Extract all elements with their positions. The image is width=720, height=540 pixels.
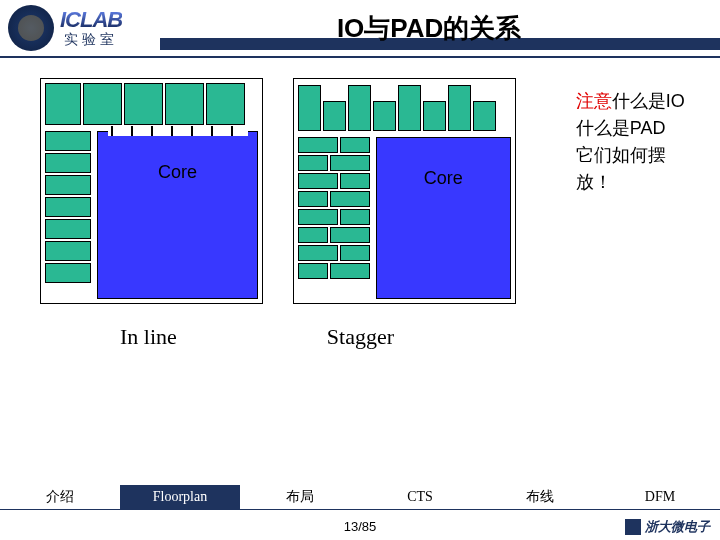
bottom-nav: 介绍 Floorplan 布局 CTS 布线 DFM	[0, 484, 720, 510]
pad-block	[398, 85, 421, 131]
pad-block	[330, 227, 370, 243]
pad-block	[348, 85, 371, 131]
university-logo	[8, 5, 54, 51]
pad-block	[330, 263, 370, 279]
slide-header: ICLAB 实验室 IO与PAD的关系	[0, 0, 720, 58]
pad-row	[298, 137, 370, 153]
pad-block	[45, 131, 91, 151]
inline-left-pads	[45, 131, 91, 283]
iclab-logo: ICLAB 实验室	[60, 7, 122, 49]
inline-diagram: Core	[40, 78, 263, 304]
pad-row	[298, 155, 370, 171]
note-highlight: 注意	[576, 91, 612, 111]
pad-block	[298, 227, 328, 243]
nav-routing[interactable]: 布线	[480, 484, 600, 510]
pad-block	[45, 175, 91, 195]
stagger-diagram: Core	[293, 78, 516, 304]
pad-block	[298, 155, 328, 171]
diagram-row: Core	[40, 78, 700, 304]
iclab-text: ICLAB	[60, 7, 122, 33]
core-label: Core	[424, 168, 463, 189]
footer-brand-text: 浙大微电子	[645, 518, 710, 536]
nav-floorplan[interactable]: Floorplan	[120, 485, 240, 509]
inline-top-pads	[45, 83, 258, 125]
pad-block	[298, 173, 338, 189]
nav-placement[interactable]: 布局	[240, 484, 360, 510]
nav-dfm[interactable]: DFM	[600, 485, 720, 509]
pad-block	[298, 85, 321, 131]
diagram-captions: In line Stagger	[40, 324, 700, 350]
pad-block	[448, 85, 471, 131]
pad-block	[45, 197, 91, 217]
side-note: 注意什么是IO 什么是PAD 它们如何摆放！	[576, 88, 700, 196]
inline-caption: In line	[120, 324, 177, 350]
inline-core-area: Core	[97, 131, 258, 299]
note-line: 什么是PAD	[576, 115, 700, 142]
pad-block	[45, 241, 91, 261]
pad-block	[298, 191, 328, 207]
footer-brand: 浙大微电子	[625, 518, 710, 536]
pad-row	[298, 227, 370, 243]
pad-block	[340, 137, 370, 153]
pad-row	[298, 209, 370, 225]
chip-icon	[625, 519, 641, 535]
pad-block	[340, 173, 370, 189]
core-label: Core	[158, 162, 197, 183]
pad-block	[340, 245, 370, 261]
pad-block	[45, 219, 91, 239]
pad-block	[45, 153, 91, 173]
pad-block	[45, 263, 91, 283]
stagger-left-pads	[298, 137, 370, 279]
pad-row	[298, 173, 370, 189]
pad-block	[165, 83, 204, 125]
slide-content: Core	[0, 58, 720, 488]
pad-row	[298, 245, 370, 261]
pad-block	[373, 101, 396, 131]
stagger-core-area: Core	[376, 137, 511, 299]
pad-block	[298, 137, 338, 153]
note-text: 什么是IO	[612, 91, 685, 111]
pad-block	[298, 263, 328, 279]
pad-block	[423, 101, 446, 131]
slide-title: IO与PAD的关系	[138, 11, 720, 46]
stagger-caption: Stagger	[327, 324, 394, 350]
pad-block	[83, 83, 122, 125]
stagger-top-pads	[298, 83, 511, 131]
pad-block	[323, 101, 346, 131]
pad-block	[330, 191, 370, 207]
iclab-subtext: 实验室	[64, 31, 118, 49]
pad-block	[298, 245, 338, 261]
pad-block	[206, 83, 245, 125]
pad-block	[124, 83, 163, 125]
pad-block	[330, 155, 370, 171]
pad-block	[45, 83, 81, 125]
pad-row	[298, 191, 370, 207]
nav-cts[interactable]: CTS	[360, 485, 480, 509]
pad-block	[340, 209, 370, 225]
pad-row	[298, 263, 370, 279]
pad-block	[473, 101, 496, 131]
note-line: 注意什么是IO	[576, 88, 700, 115]
nav-intro[interactable]: 介绍	[0, 484, 120, 510]
pad-block	[298, 209, 338, 225]
note-line: 它们如何摆放！	[576, 142, 700, 196]
page-number: 13/85	[0, 519, 720, 534]
